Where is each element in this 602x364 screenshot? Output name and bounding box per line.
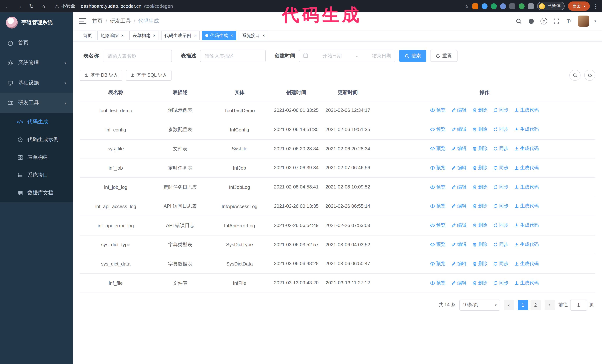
sync-link[interactable]: 同步 xyxy=(493,241,508,248)
tab-close-icon[interactable]: × xyxy=(194,33,196,38)
preview-link[interactable]: 预览 xyxy=(430,107,445,114)
tab-close-icon[interactable]: × xyxy=(153,33,156,38)
breadcrumb-devtools[interactable]: 研发工具 xyxy=(110,18,131,24)
generate-code-link[interactable]: 生成代码 xyxy=(514,107,539,114)
sidebar-item-form-builder[interactable]: 表单构建 xyxy=(0,148,73,166)
sidebar-item-system[interactable]: 系统管理 ▾ xyxy=(0,53,73,73)
next-page-button[interactable]: › xyxy=(544,300,555,310)
delete-link[interactable]: 删除 xyxy=(472,184,487,190)
avatar-caret-icon[interactable]: ▾ xyxy=(594,19,596,23)
user-avatar[interactable] xyxy=(578,16,589,27)
home-icon[interactable]: ⌂ xyxy=(39,3,47,9)
extension-icon-5[interactable] xyxy=(510,3,516,9)
delete-link[interactable]: 删除 xyxy=(472,280,487,286)
update-browser-button[interactable]: 更新▾ xyxy=(568,1,590,11)
goto-page-input[interactable] xyxy=(570,300,587,311)
sync-link[interactable]: 同步 xyxy=(493,222,508,229)
edit-link[interactable]: 编辑 xyxy=(451,146,466,152)
reset-button[interactable]: 重置 xyxy=(430,50,458,62)
address-bar[interactable]: ⚠ 不安全 dashboard.yudao.iocoder.cn/tool/co… xyxy=(55,3,461,9)
delete-link[interactable]: 删除 xyxy=(472,107,487,114)
generate-code-link[interactable]: 生成代码 xyxy=(514,241,539,248)
table-desc-input[interactable] xyxy=(204,53,262,59)
sync-link[interactable]: 同步 xyxy=(493,126,508,133)
preview-link[interactable]: 预览 xyxy=(430,203,445,209)
generate-code-link[interactable]: 生成代码 xyxy=(514,280,539,286)
tab[interactable]: 代码生成 × xyxy=(202,31,236,40)
search-button[interactable]: 搜索 xyxy=(399,50,426,62)
delete-link[interactable]: 删除 xyxy=(472,203,487,209)
sidebar-item-infra[interactable]: 基础设施 ▾ xyxy=(0,73,73,93)
delete-link[interactable]: 删除 xyxy=(472,126,487,133)
sidebar-item-codegen[interactable]: </> 代码生成 xyxy=(0,113,73,131)
generate-code-link[interactable]: 生成代码 xyxy=(514,126,539,133)
prev-page-button[interactable]: ‹ xyxy=(504,300,514,310)
preview-link[interactable]: 预览 xyxy=(430,222,445,229)
fullscreen-icon[interactable] xyxy=(553,17,560,25)
sidebar-item-db-doc[interactable]: 数据库文档 xyxy=(0,184,73,202)
date-range-picker[interactable]: 开始日期 - 结束日期 xyxy=(299,50,395,62)
import-sql-button[interactable]: 基于 SQL 导入 xyxy=(126,70,172,81)
tab[interactable]: 首页 xyxy=(80,31,95,40)
sidebar-item-codegen-example[interactable]: 代码生成示例 xyxy=(0,131,73,148)
delete-link[interactable]: 删除 xyxy=(472,146,487,152)
sync-link[interactable]: 同步 xyxy=(493,146,508,152)
edit-link[interactable]: 编辑 xyxy=(451,184,466,190)
sidebar-logo[interactable]: 芋道管理系统 xyxy=(0,12,73,33)
extension-icon-3[interactable] xyxy=(491,3,497,9)
tab[interactable]: 系统接口 × xyxy=(239,31,268,40)
preview-link[interactable]: 预览 xyxy=(430,146,445,152)
github-icon[interactable] xyxy=(528,17,535,25)
delete-link[interactable]: 删除 xyxy=(472,222,487,229)
tab-close-icon[interactable]: × xyxy=(121,33,124,38)
bookmark-star-icon[interactable]: ☆ xyxy=(464,3,469,9)
tab-close-icon[interactable]: × xyxy=(262,33,265,38)
edit-link[interactable]: 编辑 xyxy=(451,165,466,171)
page-size-select[interactable]: 10条/页 ▾ xyxy=(459,300,500,311)
tab[interactable]: 链路追踪 × xyxy=(97,31,127,40)
import-db-button[interactable]: 基于 DB 导入 xyxy=(80,70,122,81)
generate-code-link[interactable]: 生成代码 xyxy=(514,165,539,171)
reload-icon[interactable]: ↻ xyxy=(27,3,36,10)
preview-link[interactable]: 预览 xyxy=(430,165,445,171)
page-number-button[interactable]: 1 xyxy=(518,300,528,310)
extension-icon-6[interactable] xyxy=(519,3,525,9)
sidebar-toggle-icon[interactable] xyxy=(79,18,86,24)
back-icon[interactable]: ← xyxy=(4,3,12,9)
generate-code-link[interactable]: 生成代码 xyxy=(514,222,539,229)
forward-icon[interactable]: → xyxy=(16,3,24,9)
preview-link[interactable]: 预览 xyxy=(430,280,445,286)
sidebar-item-home[interactable]: 首页 xyxy=(0,33,73,53)
preview-link[interactable]: 预览 xyxy=(430,184,445,190)
page-number-button[interactable]: 2 xyxy=(530,300,541,310)
generate-code-link[interactable]: 生成代码 xyxy=(514,184,539,190)
generate-code-link[interactable]: 生成代码 xyxy=(514,203,539,209)
generate-code-link[interactable]: 生成代码 xyxy=(514,146,539,152)
extension-icon-2[interactable] xyxy=(482,3,488,9)
puzzle-extension-icon[interactable] xyxy=(528,3,534,9)
tab[interactable]: 代码生成示例 × xyxy=(161,31,200,40)
sync-link[interactable]: 同步 xyxy=(493,280,508,286)
search-icon[interactable] xyxy=(515,17,523,25)
edit-link[interactable]: 编辑 xyxy=(451,280,466,286)
sync-link[interactable]: 同步 xyxy=(493,203,508,209)
edit-link[interactable]: 编辑 xyxy=(451,241,466,248)
tab-close-icon[interactable]: × xyxy=(230,33,233,38)
sync-link[interactable]: 同步 xyxy=(493,261,508,267)
breadcrumb-home[interactable]: 首页 xyxy=(92,18,103,24)
delete-link[interactable]: 删除 xyxy=(472,261,487,267)
edit-link[interactable]: 编辑 xyxy=(451,203,466,209)
toggle-search-button[interactable] xyxy=(570,70,580,81)
browser-menu-icon[interactable]: ⋮ xyxy=(593,3,598,9)
preview-link[interactable]: 预览 xyxy=(430,261,445,267)
sidebar-item-devtools[interactable]: 研发工具 ▴ xyxy=(0,93,73,113)
sync-link[interactable]: 同步 xyxy=(493,165,508,171)
delete-link[interactable]: 删除 xyxy=(472,241,487,248)
tab[interactable]: 表单构建 × xyxy=(129,31,159,40)
preview-link[interactable]: 预览 xyxy=(430,241,445,248)
font-size-icon[interactable]: TT xyxy=(566,17,573,25)
edit-link[interactable]: 编辑 xyxy=(451,261,466,267)
edit-link[interactable]: 编辑 xyxy=(451,107,466,114)
delete-link[interactable]: 删除 xyxy=(472,165,487,171)
preview-link[interactable]: 预览 xyxy=(430,126,445,133)
